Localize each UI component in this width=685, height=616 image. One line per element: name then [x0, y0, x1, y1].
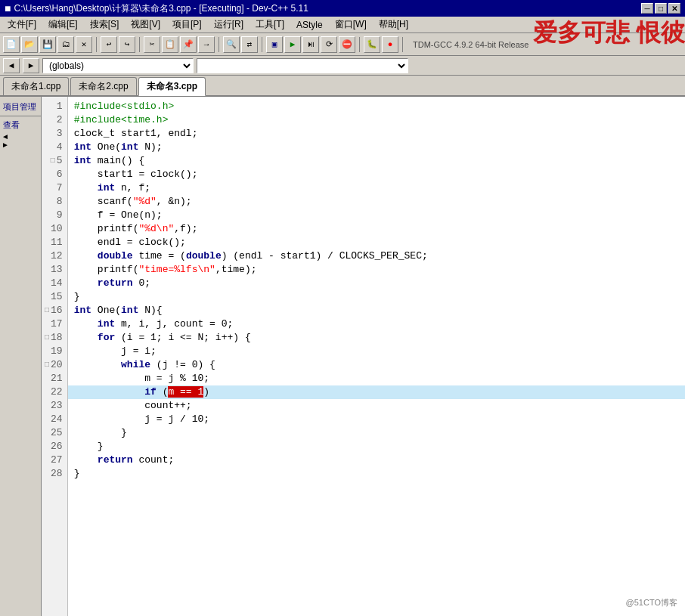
code-line-2[interactable]: #include<time.h> [68, 113, 685, 127]
symbol-combo[interactable] [197, 58, 408, 73]
code-line-5[interactable]: int main() { [68, 154, 685, 168]
menu-run[interactable]: 运行[R] [209, 17, 248, 33]
debug-button[interactable]: 🐛 [364, 36, 380, 53]
tab-file-1[interactable]: 未命名1.cpp [3, 77, 69, 95]
code-content[interactable]: #include<stdio.h>#include<time.h>clock_t… [68, 97, 685, 616]
find-button[interactable]: 🔍 [223, 36, 240, 53]
redo-button[interactable]: ↪ [119, 36, 135, 53]
line-number-23: 23 [42, 399, 67, 413]
panel-arrow-right[interactable]: ► [0, 141, 41, 149]
code-line-26[interactable]: } [68, 440, 685, 453]
code-line-15[interactable]: } [68, 290, 685, 304]
maximize-button[interactable]: □ [655, 3, 667, 14]
save-all-button[interactable]: 🗂 [57, 36, 74, 53]
minimize-button[interactable]: ─ [641, 3, 653, 14]
code-line-8[interactable]: scanf("%d", &n); [68, 195, 685, 209]
line-number-17: 17 [42, 317, 67, 331]
save-button[interactable]: 💾 [39, 36, 56, 53]
menu-astyle[interactable]: AStyle [292, 18, 327, 32]
menu-project[interactable]: 项目[P] [168, 17, 206, 33]
separator-3 [219, 37, 219, 52]
code-line-4[interactable]: int One(int N); [68, 141, 685, 154]
toolbar-secondary: ◀ ▶ (globals) [0, 56, 685, 76]
paste-button[interactable]: 📌 [180, 36, 197, 53]
code-line-3[interactable]: clock_t start1, endl; [68, 127, 685, 141]
code-line-21[interactable]: m = j % 10; [68, 372, 685, 385]
code-line-22[interactable]: if (m == 1) [68, 385, 685, 399]
code-line-19[interactable]: j = i; [68, 345, 685, 358]
compile-button[interactable]: ▣ [266, 36, 283, 53]
menu-view[interactable]: 视图[V] [126, 17, 165, 33]
rebuild-button[interactable]: ⟳ [321, 36, 337, 53]
line-number-24: 24 [42, 413, 67, 426]
code-line-12[interactable]: double time = (double) (endl - start1) /… [68, 249, 685, 263]
line-number-25: 25 [42, 426, 67, 440]
compile-run-button[interactable]: ⏯ [302, 36, 319, 53]
run-button[interactable]: ▶ [284, 36, 301, 53]
code-line-25[interactable]: } [68, 426, 685, 440]
code-line-1[interactable]: #include<stdio.h> [68, 100, 685, 113]
replace-button[interactable]: ⇄ [241, 36, 258, 53]
line-number-27: 27 [42, 453, 67, 467]
code-line-11[interactable]: endl = clock(); [68, 236, 685, 249]
code-line-9[interactable]: f = One(n); [68, 209, 685, 222]
code-line-27[interactable]: return count; [68, 453, 685, 467]
code-line-18[interactable]: for (i = 1; i <= N; i++) { [68, 331, 685, 345]
cut-button[interactable]: ✂ [144, 36, 160, 53]
fold-icon-16[interactable]: □ [45, 304, 49, 317]
line-number-20: □20 [42, 358, 67, 372]
menu-bar: 文件[F] 编辑[E] 搜索[S] 视图[V] 项目[P] 运行[R] 工具[T… [0, 17, 685, 33]
view-label[interactable]: 查看 [0, 118, 41, 132]
undo-button[interactable]: ↩ [101, 36, 117, 53]
code-line-16[interactable]: int One(int N){ [68, 304, 685, 317]
line-number-18: □18 [42, 331, 67, 345]
code-line-17[interactable]: int m, i, j, count = 0; [68, 317, 685, 331]
scope-combo[interactable]: (globals) [42, 58, 194, 73]
line-number-22: 22 [42, 385, 67, 399]
code-line-20[interactable]: while (j != 0) { [68, 358, 685, 372]
separator-6 [402, 37, 403, 52]
indent-button[interactable]: → [198, 36, 215, 53]
tab-file-3[interactable]: 未命名3.cpp [138, 77, 206, 96]
code-line-6[interactable]: start1 = clock(); [68, 168, 685, 181]
fold-icon-18[interactable]: □ [45, 331, 49, 345]
stop-exec-button[interactable]: ⛔ [339, 36, 355, 53]
code-line-7[interactable]: int n, f; [68, 181, 685, 195]
panel-arrow-left[interactable]: ◄ [0, 132, 41, 141]
code-line-14[interactable]: return 0; [68, 277, 685, 290]
line-number-21: 21 [42, 372, 67, 385]
code-line-28[interactable]: } [68, 467, 685, 481]
line-number-3: 3 [42, 127, 67, 141]
close-file-button[interactable]: ✕ [76, 36, 92, 53]
code-line-10[interactable]: printf("%d\n",f); [68, 222, 685, 236]
menu-search[interactable]: 搜索[S] [85, 17, 124, 33]
separator-2 [139, 37, 140, 52]
project-manager-label[interactable]: 项目管理 [0, 100, 41, 114]
close-button[interactable]: ✕ [668, 3, 680, 14]
menu-file[interactable]: 文件[F] [3, 17, 41, 33]
main-area: 项目管理 查看 ◄ ► 1234□56789101112131415□1617□… [0, 97, 685, 616]
code-line-23[interactable]: count++; [68, 399, 685, 413]
menu-tools[interactable]: 工具[T] [251, 17, 289, 33]
menu-edit[interactable]: 编辑[E] [44, 17, 82, 33]
fold-icon-20[interactable]: □ [45, 358, 49, 372]
fold-icon-5[interactable]: □ [51, 154, 55, 168]
window-title: C:\Users\Hang\Desktop\计算器\未命名3.cpp - [Ex… [14, 2, 308, 15]
tab-file-2[interactable]: 未命名2.cpp [70, 77, 136, 95]
code-line-24[interactable]: j = j / 10; [68, 413, 685, 426]
copy-button[interactable]: 📋 [162, 36, 178, 53]
line-number-6: 6 [42, 168, 67, 181]
menu-help[interactable]: 帮助[H] [374, 17, 413, 33]
open-button[interactable]: 📂 [21, 36, 38, 53]
panel-separator [0, 116, 41, 116]
line-number-7: 7 [42, 181, 67, 195]
breakpoint-button[interactable]: ● [382, 36, 398, 53]
new-button[interactable]: 📄 [3, 36, 20, 53]
line-numbers: 1234□56789101112131415□1617□1819□2021222… [42, 97, 68, 616]
code-area[interactable]: 1234□56789101112131415□1617□1819□2021222… [42, 97, 685, 616]
line-number-10: 10 [42, 222, 67, 236]
menu-window[interactable]: 窗口[W] [330, 17, 371, 33]
prev-tab-button[interactable]: ◀ [3, 58, 20, 73]
code-line-13[interactable]: printf("time=%lfs\n",time); [68, 263, 685, 277]
next-tab-button[interactable]: ▶ [23, 58, 39, 73]
